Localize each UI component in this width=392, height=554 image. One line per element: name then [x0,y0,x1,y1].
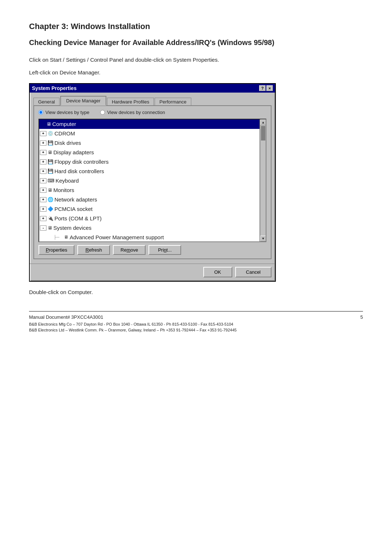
section-title: Checking Device Manager for Available Ad… [29,38,363,47]
device-item-9[interactable]: +🔷PCMCIA socket [39,204,260,214]
expand-icon[interactable]: + [40,150,46,155]
device-label: Floppy disk controllers [54,158,109,166]
device-icon: 🖥 [48,187,52,194]
device-icon: 💿 [48,130,53,138]
footer: Manual Document# 3PXCC4A3001 5 B&B Elect… [29,311,363,333]
refresh-label: Refresh [85,247,102,253]
device-label: Ports (COM & LPT) [54,214,102,223]
titlebar-buttons: ? × [259,85,273,91]
tab-panel: View devices by type View devices by con… [33,105,271,259]
titlebar: System Properties ? × [30,84,275,93]
expand-icon[interactable]: + [40,207,46,212]
device-label: Monitors [53,186,74,195]
expand-icon[interactable]: - [40,225,46,231]
tab-device-manager[interactable]: Device Manager [60,96,106,106]
device-icon: 💾 [48,139,53,147]
properties-button[interactable]: Properties [38,245,74,255]
radio-type-label: View devices by type [45,110,89,115]
tree-line: ├─ [54,234,64,241]
device-item-6[interactable]: +⌨Keyboard [39,176,260,186]
action-buttons-row: Properties Refresh Remove Print... [38,245,266,255]
device-label: Hard disk controllers [54,167,104,176]
device-item-5[interactable]: +💾Hard disk controllers [39,167,260,176]
body-para1: Click on Start / Settings / Control Pane… [29,56,363,64]
dialog-content: General Device Manager Hardware Profiles… [30,93,275,264]
expand-icon[interactable]: + [40,197,46,202]
device-icon: 🔷 [48,205,53,213]
device-icon: 🖥 [46,121,51,128]
device-item-0[interactable]: 🖥Computer [39,119,260,129]
scrollbar[interactable]: ▲ ▼ [260,119,266,241]
refresh-button[interactable]: Refresh [77,245,110,255]
close-button[interactable]: × [266,85,273,91]
tabs-row: General Device Manager Hardware Profiles… [33,95,271,105]
device-item-4[interactable]: +💾Floppy disk controllers [39,157,260,167]
scroll-down-btn[interactable]: ▼ [260,236,266,241]
device-label: System devices [53,224,91,232]
cancel-button[interactable]: Cancel [235,267,271,277]
scrollbar-thumb[interactable] [261,126,265,140]
device-label: CDROM [54,129,75,138]
scroll-up-btn[interactable]: ▲ [260,119,266,125]
device-label: Keyboard [56,176,79,185]
footer-line2: B&B Electronics Ltd – Westlink Comm. Pk … [29,327,363,333]
device-item-2[interactable]: +💾Disk drives [39,138,260,148]
footer-doc-label: Manual Document# 3PXCC4A3001 [29,314,103,320]
help-button[interactable]: ? [259,85,266,91]
device-label: Advanced Power Management support [70,233,164,242]
device-list-container: 🖥Computer+💿CDROM+💾Disk drives+🖥Display a… [38,119,266,242]
device-label: Computer [52,120,76,129]
device-item-8[interactable]: +🌐Network adapters [39,195,260,204]
device-item-3[interactable]: +🖥Display adapters [39,148,260,157]
ok-button[interactable]: OK [203,267,232,277]
remove-button[interactable]: Remove [113,245,146,255]
device-item-10[interactable]: +🔌Ports (COM & LPT) [39,214,260,223]
radio-connection-label: View devices by connection [107,110,165,115]
expand-icon[interactable]: + [40,178,46,183]
tab-general[interactable]: General [33,98,60,106]
expand-icon[interactable]: + [40,131,46,136]
dialog-title: System Properties [32,85,77,91]
device-icon: 🔌 [48,215,53,223]
radio-by-connection[interactable]: View devices by connection [100,110,165,115]
footer-page-number: 5 [360,314,363,320]
device-item-11[interactable]: -🖥System devices [39,223,260,233]
print-label: Print... [158,247,172,253]
device-icon: 🖥 [64,234,68,241]
device-item-7[interactable]: +🖥Monitors [39,186,260,195]
device-list: 🖥Computer+💿CDROM+💾Disk drives+🖥Display a… [39,119,260,242]
device-icon: ⌨ [48,177,54,185]
system-properties-dialog: System Properties ? × General Device Man… [29,83,276,282]
expand-icon[interactable]: + [40,188,46,193]
device-label: Network adapters [54,195,97,204]
tab-performance[interactable]: Performance [155,98,191,106]
device-icon: 🖥 [48,224,52,232]
body-para2: Left-click on Device Manager. [29,69,363,77]
expand-icon[interactable]: + [40,140,46,146]
device-icon: 💾 [48,168,53,175]
device-icon: 🖥 [48,149,52,156]
device-item-12[interactable]: ├─🖥Advanced Power Management support [39,233,260,242]
view-options-row: View devices by type View devices by con… [38,110,266,115]
print-button[interactable]: Print... [148,245,181,255]
expand-icon[interactable]: + [40,216,46,221]
expand-icon[interactable]: + [40,159,46,164]
properties-label: Properties [46,247,67,253]
ok-cancel-row: OK Cancel [30,264,275,281]
radio-connection-input[interactable] [100,110,105,115]
expand-icon[interactable]: + [40,169,46,174]
footer-main-row: Manual Document# 3PXCC4A3001 5 [29,314,363,320]
remove-label: Remove [121,247,138,253]
chapter-title: Chapter 3: Windows Installation [29,22,363,31]
device-label: Disk drives [54,139,81,147]
device-label: Display adapters [53,148,94,157]
footer-line1: B&B Electronics Mfg Co – 707 Dayton Rd -… [29,321,363,327]
device-label: PCMCIA socket [54,205,93,213]
tab-hardware-profiles[interactable]: Hardware Profiles [107,98,154,106]
radio-type-input[interactable] [38,110,43,115]
device-icon: 🌐 [48,196,53,204]
radio-by-type[interactable]: View devices by type [38,110,89,115]
body-para3: Double-click on Computer. [29,288,363,297]
device-icon: 💾 [48,158,53,166]
device-item-1[interactable]: +💿CDROM [39,129,260,138]
